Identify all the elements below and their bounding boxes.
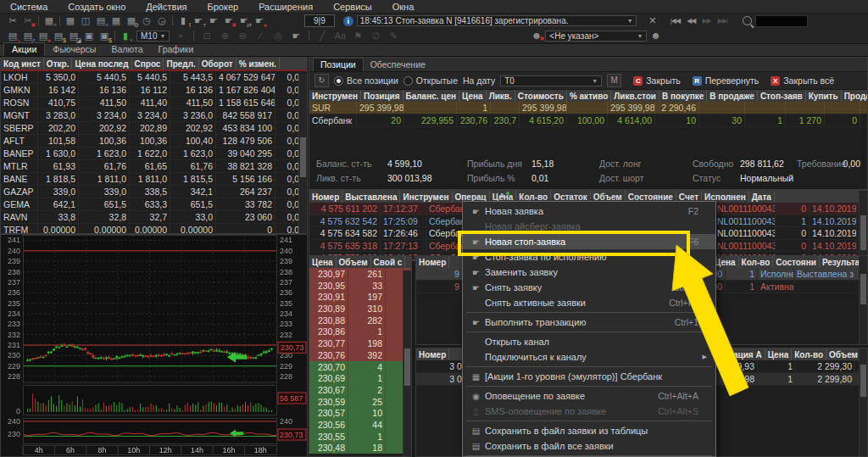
quotes-scrollbar[interactable] bbox=[298, 74, 307, 233]
orderbook-scrollbar[interactable] bbox=[403, 270, 411, 456]
positions-table-icon[interactable]: ▤◪ bbox=[66, 30, 81, 42]
quote-row[interactable]: GEMA 642,1 651,5 633,3 651,5 33 782 0,00 bbox=[1, 198, 307, 211]
orderbook-row[interactable]: 230,70 4 bbox=[309, 361, 411, 373]
scrollbar-thumb[interactable] bbox=[860, 215, 866, 250]
toolbar-icon[interactable] bbox=[57, 14, 63, 27]
edit-drawings-icon[interactable]: ✎ bbox=[386, 30, 401, 42]
menu-new-order[interactable]: ☛ Новая заявка F2 bbox=[463, 203, 715, 219]
quote-row[interactable]: BANEP 1 630,0 1 623,0 1 622,0 1 623,0 39… bbox=[1, 148, 307, 160]
column-header[interactable]: Ликв. bbox=[487, 90, 515, 102]
cancel-order-hand-icon[interactable]: ☛✖ bbox=[221, 14, 236, 27]
scrollbar-thumb[interactable] bbox=[404, 348, 410, 386]
stop-orders-table-icon[interactable]: ▤● bbox=[36, 30, 51, 42]
line-tool-icon[interactable]: ╱ bbox=[314, 30, 330, 42]
zoom-out-icon[interactable]: ⊖ bbox=[235, 30, 250, 42]
column-header[interactable]: Цена bbox=[765, 348, 793, 360]
hide-drawings-icon[interactable]: ∅ bbox=[368, 30, 383, 42]
quote-row[interactable]: RAVN 33,8 32,8 32,7 33,0 23 060 0,00 bbox=[1, 211, 307, 224]
orderbook-row[interactable]: 230,76 392 bbox=[309, 349, 411, 361]
orderbook-row[interactable]: 230,77 198 bbox=[309, 337, 411, 349]
quote-row[interactable]: LKOH 5 350,0 5 440,5 5 440,5 5 443,5 4 0… bbox=[1, 71, 307, 84]
select-region-icon[interactable]: ⊡ bbox=[199, 30, 214, 42]
column-header[interactable]: Состояни bbox=[773, 256, 820, 268]
column-header[interactable]: Откр. bbox=[44, 58, 73, 70]
portfolio-money-icon[interactable]: ▣$ bbox=[97, 30, 112, 42]
quote-row[interactable]: GAZAP 339,0 339,0 338,5 342,1 264 237 0,… bbox=[1, 186, 307, 198]
column-header[interactable]: Продать bbox=[842, 90, 868, 102]
refresh-icon[interactable]: ↻ bbox=[314, 74, 329, 87]
close-position-button[interactable]: CЗакрыть bbox=[633, 75, 680, 86]
menu-replace-order[interactable]: ☛ Заменить заявку Ctrl+A bbox=[463, 265, 715, 280]
replace-order-hand-icon[interactable]: ☛⇄ bbox=[236, 14, 252, 27]
column-header[interactable]: Купить bbox=[806, 90, 842, 102]
column-header[interactable]: Спрос bbox=[132, 58, 164, 70]
position-row[interactable]: Сбербанк 20 229,955 230,76 230,7 4 615,2… bbox=[309, 114, 867, 127]
column-header[interactable]: Баланс. цен bbox=[403, 90, 460, 102]
menubar-item[interactable]: Система bbox=[10, 2, 47, 12]
toolbar-icon[interactable] bbox=[36, 14, 42, 27]
history-clock-icon[interactable]: ◷ bbox=[139, 14, 154, 27]
radio-all-positions[interactable]: Все позиции bbox=[334, 75, 398, 86]
list-window-icon[interactable]: ▤≡ bbox=[93, 14, 108, 27]
quote-row[interactable]: TRFM 0,00000 0,00000 0,00000 0,00000 0 0… bbox=[1, 224, 307, 234]
orderbook-row[interactable]: 230,55 1 bbox=[309, 431, 411, 443]
orders-table-icon[interactable]: ▤↘ bbox=[5, 30, 20, 42]
orderbook-row[interactable]: 230,57 10 bbox=[309, 407, 411, 419]
menu-save-table-orders[interactable]: ▤ Сохранить в файл заявки из таблицы bbox=[463, 423, 715, 438]
table-view-icon[interactable]: ▦ bbox=[108, 14, 124, 27]
menu-level1-emulator[interactable]: ▦ [Акции 1-го уровня (эмулятор)] Сбербан… bbox=[463, 369, 715, 384]
menu-execute-transaction[interactable]: ☛ Выполнить транзакцию Ctrl+1 bbox=[463, 315, 715, 330]
quote-row[interactable]: SBERP 202,20 202,92 202,89 202,92 453 83… bbox=[1, 122, 307, 135]
toolbar-icon[interactable] bbox=[306, 30, 312, 42]
orderbook-row[interactable]: 230,67 2 bbox=[309, 384, 411, 396]
column-header[interactable]: Кол-во bbox=[792, 348, 826, 360]
column-header[interactable]: Предл. bbox=[164, 58, 198, 70]
target-icon[interactable]: ◎ bbox=[270, 30, 286, 42]
add-pane-icon[interactable]: + bbox=[173, 30, 188, 42]
column-header[interactable]: Оборот bbox=[199, 58, 236, 70]
menubar-item[interactable]: Сервисы bbox=[333, 2, 372, 12]
timeframe-window-icon[interactable]: ▦ bbox=[63, 14, 78, 27]
remove-user-icon[interactable]: ☻✖ bbox=[531, 30, 542, 42]
orderbook-row[interactable]: 230,86 1 bbox=[309, 326, 411, 337]
menu-new-iceberg-order[interactable]: Новая айсберг-заявка bbox=[463, 219, 715, 234]
quote-row[interactable]: AFLT 101,58 100,36 100,36 100,40 128 479… bbox=[1, 135, 307, 148]
menu-save-all-orders[interactable]: ▤ Сохранить в файл все заявки bbox=[463, 438, 715, 454]
menu-sms-alert[interactable]: ▯ SMS-оповещение по заявке Ctrl+Alt+S bbox=[463, 404, 715, 419]
column-header[interactable]: Номер bbox=[416, 348, 449, 360]
window-tab[interactable]: Валюта bbox=[103, 43, 150, 56]
menubar-item[interactable]: Расширения bbox=[259, 2, 313, 12]
orderbook-row[interactable]: 230,56 44 bbox=[309, 419, 411, 431]
trades-table-icon[interactable]: ▤↗ bbox=[20, 30, 36, 42]
column-header[interactable]: Номер bbox=[309, 191, 342, 203]
revert-position-button[interactable]: RПеревернуть bbox=[693, 75, 760, 86]
quote-row[interactable]: MTLR 61,93 61,76 61,65 61,76 38 821 328 … bbox=[1, 160, 307, 173]
column-header[interactable]: Инструмен bbox=[400, 191, 452, 203]
limits-table-icon[interactable]: ▤$ bbox=[51, 30, 66, 42]
menu-new-stop-order[interactable]: ☛ Новая стоп-заявка F6 bbox=[463, 234, 715, 249]
menu-cancel-active-orders[interactable]: Снять активные заявки Ctrl+F8 bbox=[463, 295, 715, 310]
quote-row[interactable]: GMKN 16 142 16 136 16 112 16 136 1 167 8… bbox=[1, 84, 307, 97]
column-header[interactable]: % активо bbox=[567, 90, 611, 102]
column-header[interactable]: Инструмен bbox=[309, 90, 361, 102]
column-header[interactable]: Объем bbox=[826, 348, 861, 360]
column-header[interactable]: В продаже bbox=[707, 90, 758, 102]
toolbar-icon[interactable] bbox=[170, 14, 175, 27]
prev-message-icon[interactable]: ◀◀ bbox=[687, 17, 695, 25]
connect-icon[interactable]: ✂ bbox=[5, 14, 20, 27]
history-clock2-icon[interactable]: ◶ bbox=[154, 14, 170, 27]
disconnect-icon[interactable]: ✂✖ bbox=[20, 14, 36, 27]
orderbook-row[interactable]: 230,95 33 bbox=[309, 280, 411, 292]
stop-order-hand-icon[interactable]: ☛● bbox=[252, 14, 267, 27]
positions-tab[interactable]: Позиции bbox=[313, 58, 364, 71]
new-table-icon[interactable]: ▦+ bbox=[42, 14, 57, 27]
notification-icon[interactable]: ▮! bbox=[175, 14, 191, 27]
context-menu-item[interactable] bbox=[463, 454, 715, 457]
column-header[interactable]: Цена bbox=[309, 256, 337, 268]
status-message-select[interactable]: 18:45:13 Стоп-заявка N [9416616] зарегис… bbox=[357, 15, 637, 26]
column-header[interactable]: Цена bbox=[459, 90, 487, 102]
interval-select[interactable]: M10 ▼ bbox=[136, 31, 170, 42]
column-header[interactable]: Цена послед bbox=[72, 58, 131, 70]
date-select[interactable]: Т0 ▼ bbox=[500, 75, 602, 86]
scrollbar-thumb[interactable] bbox=[300, 137, 306, 177]
